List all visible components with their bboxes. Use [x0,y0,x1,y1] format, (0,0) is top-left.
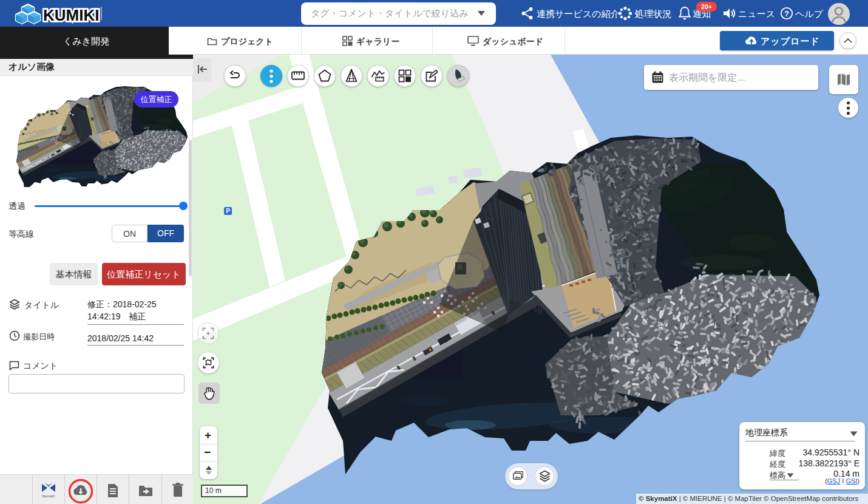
svg-text:P: P [226,208,230,214]
svg-text:KUMIKI: KUMIKI [43,6,99,24]
svg-text:?: ? [784,9,789,18]
svg-text:SkymatiX: SkymatiX [42,494,55,498]
